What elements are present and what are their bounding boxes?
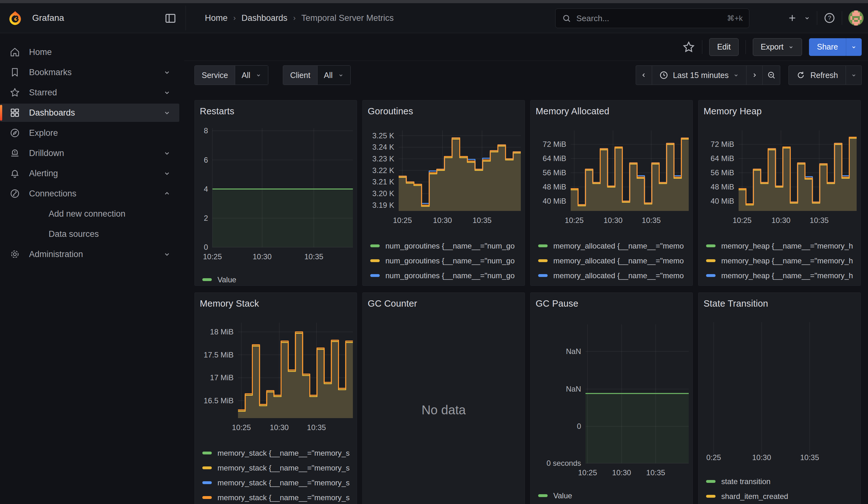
drilldown-icon — [9, 148, 20, 158]
refresh-button[interactable]: Refresh — [788, 65, 846, 85]
add-icon[interactable] — [787, 13, 797, 23]
panel-title[interactable]: GC Pause — [530, 293, 693, 309]
time-range-picker[interactable]: Last 15 minutes — [652, 65, 746, 85]
panel-title[interactable]: Memory Stack — [195, 293, 356, 309]
panel-title[interactable]: State Transition — [699, 293, 860, 309]
grid-icon — [9, 107, 20, 118]
star-icon[interactable] — [682, 41, 695, 53]
sidebar-item-connections[interactable]: Connections — [0, 184, 179, 203]
svg-text:10:25: 10:25 — [565, 216, 583, 225]
legend-label[interactable]: num_goroutines {__name__="num_go — [385, 256, 515, 265]
svg-text:64 MiB: 64 MiB — [711, 154, 734, 163]
legend-label[interactable]: memory_stack {__name__="memory_s — [217, 479, 350, 487]
legend-swatch — [706, 259, 715, 262]
svg-text:17.5 MiB: 17.5 MiB — [204, 351, 234, 359]
chart-plot[interactable]: 40 MiB48 MiB56 MiB64 MiB72 MiB10:2510:30… — [535, 131, 689, 230]
chart-plot[interactable]: 0:2510:3010:35 — [703, 322, 857, 473]
chevron-down-icon[interactable] — [163, 89, 171, 96]
sidebar-item-alerting[interactable]: Alerting — [0, 164, 179, 183]
sidebar-item-starred[interactable]: Starred — [0, 83, 179, 102]
svg-text:0: 0 — [577, 422, 581, 430]
share-menu-button[interactable] — [846, 38, 862, 56]
help-icon[interactable]: ? — [824, 12, 836, 24]
legend-label[interactable]: memory_allocated {__name__="memo — [553, 241, 684, 250]
service-filter-label: Service — [195, 66, 235, 85]
panel-state-transition: State Transition0:2510:3010:35state tran… — [698, 292, 861, 504]
legend-swatch — [202, 452, 212, 454]
time-back-button[interactable] — [636, 65, 652, 85]
svg-text:3.19 K: 3.19 K — [372, 201, 394, 209]
chevron-up-icon[interactable] — [163, 189, 171, 198]
refresh-interval-button[interactable] — [846, 65, 862, 85]
client-filter-value[interactable]: All — [318, 66, 350, 85]
legend-label[interactable]: memory_stack {__name__="memory_s — [217, 464, 350, 472]
sidebar-item-data-sources[interactable]: Data sources — [0, 225, 179, 243]
legend-label[interactable]: num_goroutines {__name__="num_go — [385, 271, 515, 280]
chevron-down-icon[interactable] — [163, 109, 171, 117]
legend-label[interactable]: memory_allocated {__name__="memo — [553, 271, 684, 280]
legend-label[interactable]: memory_stack {__name__="memory_s — [217, 449, 350, 457]
chart-plot[interactable]: 16.5 MiB17 MiB17.5 MiB18 MiB10:2510:3010… — [199, 323, 353, 437]
panel-title[interactable]: Restarts — [195, 101, 356, 116]
chevron-down-icon — [851, 72, 857, 78]
legend-swatch — [370, 245, 380, 247]
svg-text:10:35: 10:35 — [642, 216, 661, 225]
chevron-down-icon[interactable] — [163, 250, 171, 258]
panel-memory-allocated: Memory Allocated40 MiB48 MiB56 MiB64 MiB… — [530, 100, 693, 286]
time-forward-button[interactable] — [746, 65, 763, 85]
edit-button[interactable]: Edit — [709, 38, 738, 56]
search-shortcut: ⌘+k — [727, 14, 743, 23]
chevron-down-icon[interactable] — [163, 169, 171, 177]
chevron-down-icon[interactable] — [163, 149, 171, 157]
chart-plot[interactable]: 0246810:2510:3010:35 — [199, 128, 353, 266]
panel-title[interactable]: Goroutines — [363, 101, 525, 116]
svg-text:10:35: 10:35 — [473, 216, 492, 225]
avatar[interactable] — [848, 10, 864, 25]
sidebar-nav: HomeBookmarksStarredDashboardsExploreDri… — [0, 33, 184, 504]
panel-memory-heap: Memory Heap40 MiB48 MiB56 MiB64 MiB72 Mi… — [698, 100, 861, 286]
chevron-right-icon — [751, 72, 757, 78]
svg-text:4: 4 — [204, 185, 208, 193]
sidebar-item-drilldown[interactable]: Drilldown — [0, 144, 179, 162]
zoom-out-button[interactable] — [763, 65, 780, 85]
svg-text:8: 8 — [204, 126, 208, 135]
share-button[interactable]: Share — [809, 38, 846, 56]
grafana-logo-icon[interactable] — [8, 10, 23, 25]
legend-label[interactable]: Value — [217, 275, 236, 284]
sidebar-item-home[interactable]: Home — [0, 43, 179, 61]
panel-legend: num_goroutines {__name__="num_gonum_goro… — [370, 238, 521, 286]
panel-memory-stack: Memory Stack16.5 MiB17 MiB17.5 MiB18 MiB… — [194, 292, 357, 504]
sidebar-item-label: Dashboards — [29, 108, 163, 118]
legend-label[interactable]: memory_stack {__name__="memory_s — [217, 493, 350, 502]
breadcrumb-dashboards[interactable]: Dashboards — [241, 13, 288, 23]
search-input[interactable]: Search... ⌘+k — [555, 9, 749, 28]
legend-label[interactable]: memory_allocated {__name__="memo — [553, 256, 684, 265]
chart-plot[interactable]: 40 MiB48 MiB56 MiB64 MiB72 MiB10:2510:30… — [703, 131, 857, 230]
sidebar-item-administration[interactable]: Administration — [0, 245, 179, 263]
brand-name[interactable]: Grafana — [32, 13, 64, 23]
legend-label[interactable]: memory_heap {__name__="memory_h — [721, 241, 853, 250]
sidebar-toggle-icon[interactable] — [164, 12, 177, 25]
svg-text:0: 0 — [204, 243, 208, 251]
export-button[interactable]: Export — [753, 38, 802, 56]
panel-title[interactable]: GC Counter — [363, 293, 525, 309]
legend-label[interactable]: Value — [553, 491, 572, 500]
chevron-down-icon[interactable] — [804, 14, 810, 21]
panel-title[interactable]: Memory Allocated — [530, 101, 693, 116]
panel-title[interactable]: Memory Heap — [699, 101, 860, 116]
breadcrumb-home[interactable]: Home — [205, 13, 228, 23]
legend-label[interactable]: memory_heap {__name__="memory_h — [721, 271, 853, 280]
sidebar-item-bookmarks[interactable]: Bookmarks — [0, 63, 179, 81]
chevron-down-icon[interactable] — [163, 68, 171, 76]
sidebar-item-dashboards[interactable]: Dashboards — [0, 104, 179, 122]
legend-label[interactable]: shard_item_created — [721, 492, 788, 501]
chart-plot[interactable]: 3.19 K3.20 K3.21 K3.22 K3.23 K3.24 K3.25… — [367, 131, 521, 230]
legend-label[interactable]: num_goroutines {__name__="num_go — [385, 241, 515, 250]
service-filter-value[interactable]: All — [235, 66, 268, 85]
sidebar-item-add-new-connection[interactable]: Add new connection — [0, 205, 179, 223]
legend-label[interactable]: memory_heap {__name__="memory_h — [721, 256, 853, 265]
sidebar-item-explore[interactable]: Explore — [0, 124, 179, 142]
legend-label[interactable]: state transition — [721, 477, 771, 486]
svg-text:10:35: 10:35 — [646, 468, 665, 477]
chart-plot[interactable]: NaNNaN00 seconds10:2510:3010:35 — [535, 324, 689, 482]
